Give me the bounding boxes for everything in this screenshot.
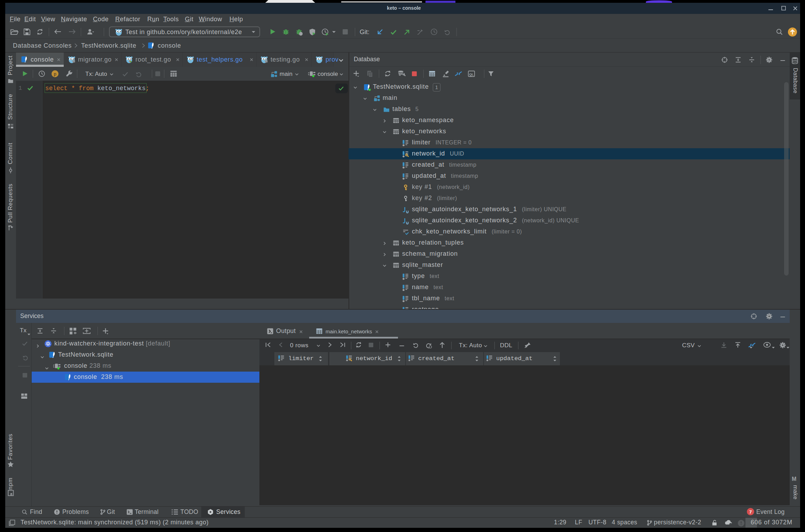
svg-text:QL: QL [469,72,474,76]
svg-text:p: p [54,71,56,77]
svg-text:7: 7 [749,509,752,515]
